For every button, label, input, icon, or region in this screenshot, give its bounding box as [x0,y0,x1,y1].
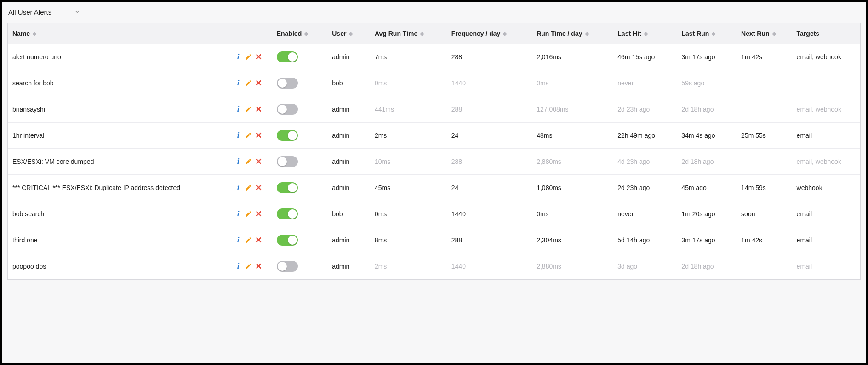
cell-user: admin [327,44,370,70]
targets-value: email [797,236,812,244]
delete-icon[interactable]: ✕ [254,105,263,113]
col-header-last-hit[interactable]: Last Hit [613,23,677,44]
cell-name: poopoo dos [8,253,229,280]
alert-name: 1hr interval [12,132,44,139]
alerts-table: Name Enabled User Avg Run Time Frequency… [8,23,860,279]
last-hit-value: never [617,79,634,87]
last-run-value: 1m 20s ago [681,210,715,218]
edit-icon[interactable] [244,157,252,166]
filter-select[interactable]: All User Alerts [7,7,83,18]
table-row: 1hr intervali✕admin2ms2448ms22h 49m ago3… [8,123,860,149]
info-icon[interactable]: i [234,262,242,270]
delete-icon[interactable]: ✕ [254,210,263,218]
enabled-toggle[interactable] [277,208,298,219]
enabled-toggle[interactable] [277,130,298,141]
rtday-value: 2,880ms [537,158,561,165]
freq-value: 24 [451,184,459,191]
app-frame: All User Alerts Name Enabled User Avg Ru… [2,2,866,363]
col-header-label: Name [12,30,30,37]
user-value: admin [332,53,349,61]
edit-icon[interactable] [244,262,252,270]
last-hit-value: 22h 49m ago [617,132,655,139]
edit-icon[interactable] [244,236,252,244]
info-icon[interactable]: i [234,210,242,218]
cell-next-run: 1m 42s [737,227,792,253]
sort-icon [772,32,776,36]
edit-icon[interactable] [244,184,252,192]
cell-name: 1hr interval [8,123,229,149]
table-row: poopoo dosi✕admin2ms14402,880ms3d ago2d … [8,253,860,280]
avg-value: 0ms [375,79,387,87]
info-icon[interactable]: i [234,79,242,87]
enabled-toggle[interactable] [277,235,298,246]
cell-enabled [272,44,328,70]
targets-value: webhook [797,184,822,191]
info-icon[interactable]: i [234,236,242,244]
delete-icon[interactable]: ✕ [254,131,263,140]
cell-frequency: 288 [447,44,532,70]
alert-name: third one [12,236,37,244]
edit-icon[interactable] [244,210,252,218]
cell-avg-run-time: 2ms [370,253,447,280]
info-icon[interactable]: i [234,131,242,140]
enabled-toggle[interactable] [277,156,298,167]
col-header-next-run[interactable]: Next Run [737,23,792,44]
cell-avg-run-time: 441ms [370,96,447,123]
col-header-avg-run-time[interactable]: Avg Run Time [370,23,447,44]
cell-frequency: 1440 [447,201,532,227]
enabled-toggle[interactable] [277,261,298,272]
cell-actions: i✕ [229,201,272,227]
edit-icon[interactable] [244,131,252,140]
info-icon[interactable]: i [234,184,242,192]
delete-icon[interactable]: ✕ [254,262,263,270]
delete-icon[interactable]: ✕ [254,79,263,87]
col-header-last-run[interactable]: Last Run [677,23,737,44]
col-header-frequency[interactable]: Frequency / day [447,23,532,44]
enabled-toggle[interactable] [277,182,298,193]
freq-value: 1440 [451,79,466,87]
col-header-name[interactable]: Name [8,23,229,44]
delete-icon[interactable]: ✕ [254,53,263,61]
table-row: bob searchi✕bob0ms14400msnever1m 20s ago… [8,201,860,227]
cell-targets: email [792,253,860,280]
cell-enabled [272,175,328,201]
edit-icon[interactable] [244,105,252,113]
cell-frequency: 1440 [447,70,532,96]
freq-value: 288 [451,236,462,244]
enabled-toggle[interactable] [277,104,298,115]
col-header-targets: Targets [792,23,860,44]
cell-run-time-day: 48ms [532,123,613,149]
cell-next-run: 1m 42s [737,44,792,70]
delete-icon[interactable]: ✕ [254,184,263,192]
cell-actions: i✕ [229,70,272,96]
delete-icon[interactable]: ✕ [254,157,263,166]
avg-value: 2ms [375,263,387,270]
cell-run-time-day: 2,880ms [532,149,613,175]
sort-icon [349,32,353,36]
cell-enabled [272,70,328,96]
col-header-label: User [332,30,346,37]
last-hit-value: 2d 23h ago [617,184,650,191]
user-value: admin [332,263,349,270]
last-hit-value: 3d ago [617,263,637,270]
cell-enabled [272,96,328,123]
enabled-toggle[interactable] [277,78,298,89]
rtday-value: 2,016ms [537,53,561,61]
edit-icon[interactable] [244,79,252,87]
info-icon[interactable]: i [234,53,242,61]
info-icon[interactable]: i [234,157,242,166]
targets-value: email, webhook [797,158,841,165]
col-header-run-time-day[interactable]: Run Time / day [532,23,613,44]
info-icon[interactable]: i [234,105,242,113]
enabled-toggle[interactable] [277,51,298,62]
sort-icon [503,32,507,36]
col-header-user[interactable]: User [327,23,370,44]
rtday-value: 2,304ms [537,236,561,244]
col-header-enabled[interactable]: Enabled [272,23,328,44]
chevron-down-icon [74,8,80,16]
delete-icon[interactable]: ✕ [254,236,263,244]
cell-name: search for bob [8,70,229,96]
table-row: third onei✕admin8ms2882,304ms5d 14h ago3… [8,227,860,253]
last-run-value: 59s ago [681,79,704,87]
edit-icon[interactable] [244,53,252,61]
